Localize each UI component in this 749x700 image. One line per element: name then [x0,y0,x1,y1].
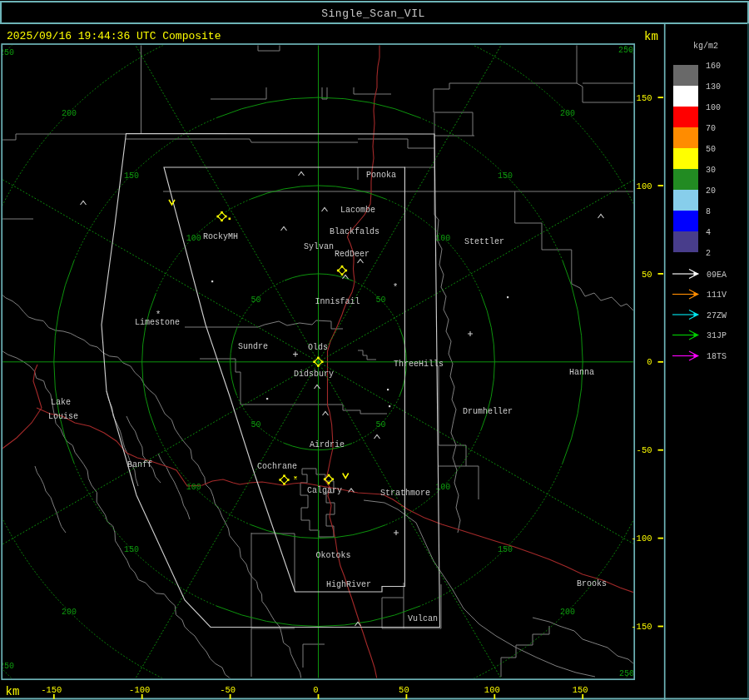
svg-text:150: 150 [573,685,588,695]
svg-text:200: 200 [62,608,77,617]
svg-text:-100: -100 [129,685,150,695]
svg-text:27ZW: 27ZW [707,311,727,320]
svg-text:Hanna: Hanna [569,368,594,377]
svg-text:50: 50 [399,685,409,695]
svg-text:Cochrane: Cochrane [257,462,297,471]
svg-text:70: 70 [706,124,716,133]
svg-text:2025/09/16 19:44:36 UTC Compos: 2025/09/16 19:44:36 UTC Composite [7,30,221,42]
svg-text:Sundre: Sundre [238,342,268,351]
svg-text:18TS: 18TS [707,352,727,361]
svg-text:Banff: Banff [127,460,152,469]
svg-text:09EA: 09EA [707,271,727,280]
svg-text:Blackfalds: Blackfalds [330,227,379,236]
svg-text:150: 150 [124,545,139,554]
svg-text:RockyMH: RockyMH [203,232,238,241]
svg-text:100: 100 [186,483,201,492]
svg-text:*: * [393,282,399,292]
svg-text:-50: -50 [220,685,236,695]
svg-text:200: 200 [62,109,77,118]
svg-text:Innisfail: Innisfail [315,297,360,306]
svg-text:kg/m2: kg/m2 [693,42,718,51]
svg-text:Brooks: Brooks [577,579,607,588]
svg-text:100: 100 [706,103,721,112]
svg-text:4: 4 [706,228,711,237]
svg-text:200: 200 [560,608,575,617]
svg-text:Lacombe: Lacombe [340,206,375,215]
svg-text:30: 30 [706,166,716,175]
svg-text:150: 150 [637,93,652,103]
svg-text:Okotoks: Okotoks [315,551,350,560]
svg-text:50: 50 [375,420,385,429]
svg-text:-150: -150 [41,685,62,695]
svg-text:8: 8 [706,207,711,216]
svg-text:200: 200 [560,109,575,118]
svg-text:0: 0 [647,357,652,367]
svg-text:100: 100 [186,234,201,243]
svg-text:Airdrie: Airdrie [310,440,345,449]
svg-text:20: 20 [706,186,716,196]
svg-text:Ponoka: Ponoka [366,171,396,180]
svg-text:31JP: 31JP [707,331,727,340]
svg-text:-100: -100 [631,534,652,544]
svg-text:Sylvan: Sylvan [304,242,334,251]
svg-text:0: 0 [313,685,318,695]
svg-text:250: 250 [618,46,633,55]
svg-text:160: 160 [706,62,721,71]
svg-text:130: 130 [706,82,721,92]
svg-text:50: 50 [642,270,652,280]
svg-text:Drumheller: Drumheller [463,407,513,416]
svg-text:-50: -50 [637,445,652,455]
svg-text:100: 100 [435,234,450,243]
svg-text:250: 250 [619,669,634,678]
svg-text:Lake: Lake [51,398,71,407]
svg-text:Stettler: Stettler [464,237,504,246]
svg-text:50: 50 [251,295,261,305]
svg-text:Louise: Louise [48,412,78,421]
svg-text:2: 2 [706,249,711,258]
svg-text:150: 150 [498,171,513,181]
svg-text:-150: -150 [631,622,652,632]
svg-text:100: 100 [435,483,450,492]
svg-text:100: 100 [637,181,652,191]
svg-text:50: 50 [251,420,261,429]
svg-text:Vulcan: Vulcan [408,614,438,623]
svg-text:Didsbury: Didsbury [294,370,334,379]
svg-text:HighRiver: HighRiver [326,580,371,589]
svg-text:Strathmore: Strathmore [380,489,430,498]
svg-text:ThreeHills: ThreeHills [394,360,444,369]
svg-text:50: 50 [375,295,385,305]
svg-text:*: * [156,310,161,320]
svg-text:Single_Scan_VIL: Single_Scan_VIL [321,7,425,20]
svg-text:50: 50 [706,145,716,154]
svg-text:km: km [6,685,20,698]
svg-text:150: 150 [498,545,513,554]
svg-text:km: km [644,30,658,43]
svg-text:100: 100 [484,685,500,695]
svg-text:111V: 111V [707,290,727,300]
svg-text:Olds: Olds [308,343,328,352]
svg-text:Calgary: Calgary [307,486,342,495]
svg-text:150: 150 [124,171,139,181]
svg-text:RedDeer: RedDeer [335,250,370,259]
